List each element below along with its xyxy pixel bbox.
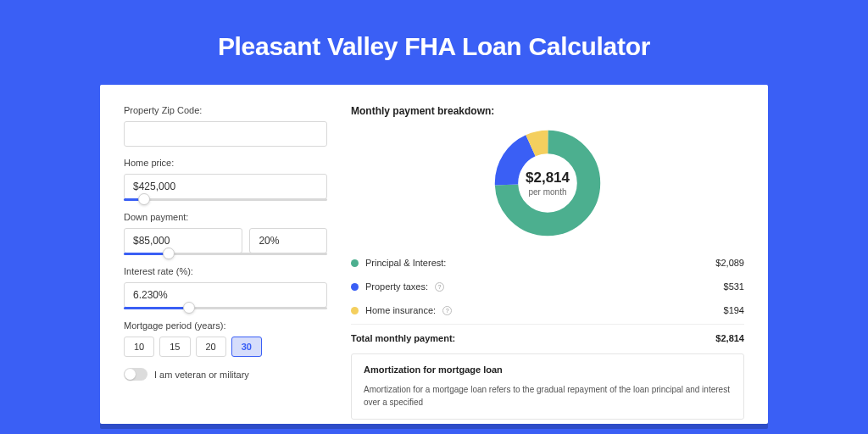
toggle-knob xyxy=(125,369,136,380)
inputs-column: Property Zip Code: Home price: Down paym… xyxy=(124,105,327,424)
legend-dot xyxy=(351,307,359,314)
donut-chart-wrap: $2,814 per month xyxy=(351,129,744,237)
legend-dot xyxy=(351,283,359,291)
interest-rate-label: Interest rate (%): xyxy=(124,266,327,276)
legend-value: $194 xyxy=(724,305,744,315)
legend-label: Home insurance: xyxy=(365,305,436,315)
info-icon[interactable]: ? xyxy=(442,306,452,315)
home-price-field: Home price: xyxy=(124,158,327,201)
info-icon[interactable]: ? xyxy=(435,282,444,292)
veteran-toggle-row: I am veteran or military xyxy=(124,368,327,381)
total-value: $2,814 xyxy=(715,333,744,343)
donut-chart: $2,814 per month xyxy=(493,129,602,237)
veteran-toggle[interactable] xyxy=(124,368,147,381)
down-payment-label: Down payment: xyxy=(124,212,327,222)
slider-thumb[interactable] xyxy=(183,302,195,314)
calculator-card: Property Zip Code: Home price: Down paym… xyxy=(100,85,768,424)
interest-rate-field: Interest rate (%): xyxy=(124,266,327,309)
down-payment-input[interactable] xyxy=(124,228,242,253)
interest-rate-slider[interactable] xyxy=(124,307,327,309)
down-payment-pct-input[interactable] xyxy=(249,228,327,253)
amortization-title: Amortization for mortgage loan xyxy=(364,364,732,375)
page-title: Pleasant Valley FHA Loan Calculator xyxy=(218,32,650,61)
legend-row: Home insurance:?$194 xyxy=(351,298,744,322)
breakdown-column: Monthly payment breakdown: $2,814 per mo… xyxy=(351,105,744,424)
legend-row: Property taxes:?$531 xyxy=(351,275,744,298)
amortization-box: Amortization for mortgage loan Amortizat… xyxy=(351,353,744,420)
zip-field: Property Zip Code: xyxy=(124,105,327,147)
down-payment-slider[interactable] xyxy=(124,253,327,255)
period-button-20[interactable]: 20 xyxy=(196,337,226,357)
veteran-label: I am veteran or military xyxy=(154,370,249,380)
amortization-text: Amortization for a mortgage loan refers … xyxy=(364,383,732,409)
interest-rate-input[interactable] xyxy=(124,282,327,308)
slider-thumb[interactable] xyxy=(138,193,150,205)
donut-amount: $2,814 xyxy=(526,170,570,186)
home-price-input[interactable] xyxy=(124,174,327,199)
down-payment-field: Down payment: xyxy=(124,212,327,255)
period-button-10[interactable]: 10 xyxy=(124,337,154,357)
legend-label: Principal & Interest: xyxy=(365,258,446,268)
mortgage-period-field: Mortgage period (years): 10152030 xyxy=(124,320,327,357)
breakdown-title: Monthly payment breakdown: xyxy=(351,105,744,117)
period-button-30[interactable]: 30 xyxy=(231,337,262,357)
total-row: Total monthly payment: $2,814 xyxy=(351,324,744,353)
home-price-label: Home price: xyxy=(124,158,327,168)
period-button-15[interactable]: 15 xyxy=(159,337,190,357)
slider-thumb[interactable] xyxy=(163,248,175,259)
legend-label: Property taxes: xyxy=(365,281,428,292)
total-label: Total monthly payment: xyxy=(351,333,455,343)
mortgage-period-label: Mortgage period (years): xyxy=(124,320,327,331)
donut-sublabel: per month xyxy=(528,187,566,197)
zip-input[interactable] xyxy=(124,121,327,147)
legend-value: $531 xyxy=(724,281,744,292)
legend-value: $2,089 xyxy=(715,258,744,268)
home-price-slider[interactable] xyxy=(124,198,327,201)
zip-label: Property Zip Code: xyxy=(124,105,327,115)
legend-dot xyxy=(351,259,359,267)
legend-row: Principal & Interest:$2,089 xyxy=(351,251,744,275)
